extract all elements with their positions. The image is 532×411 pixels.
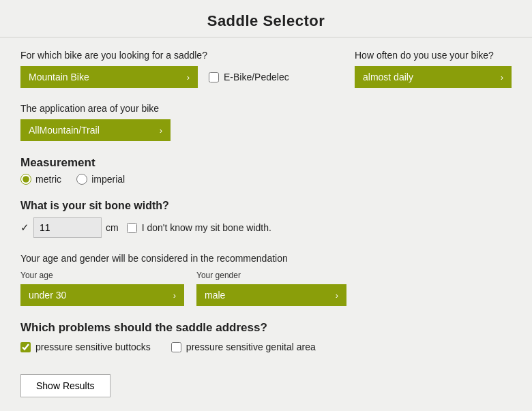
sit-bone-unit: cm xyxy=(106,222,119,233)
age-select[interactable]: under 30 › xyxy=(20,284,184,306)
divider xyxy=(0,37,532,37)
show-results-button[interactable]: Show Results xyxy=(20,374,110,397)
sit-bone-row: ✓ cm I don't know my sit bone width. xyxy=(20,217,512,238)
bike-freq-row: For which bike are you looking for a sad… xyxy=(20,50,512,88)
measurement-section: Measurement metric imperial xyxy=(20,156,512,185)
problems-row: pressure sensitive buttocks pressure sen… xyxy=(20,341,512,352)
problems-section: Which problems should the saddle address… xyxy=(20,321,512,352)
age-label: Your age xyxy=(20,271,184,280)
problem-1-label[interactable]: pressure sensitive buttocks xyxy=(20,341,151,352)
age-chevron: › xyxy=(173,290,176,301)
sit-bone-input[interactable] xyxy=(33,217,102,238)
measurement-radio-group: metric imperial xyxy=(20,174,512,185)
dont-know-text: I don't know my sit bone width. xyxy=(142,222,271,233)
gender-selected: male xyxy=(205,290,225,301)
age-gender-info: Your age and gender will be considered i… xyxy=(20,253,512,264)
imperial-label-text: imperial xyxy=(91,174,125,185)
imperial-radio-label[interactable]: imperial xyxy=(76,174,125,185)
sit-bone-section: What is your sit bone width? ✓ cm I don'… xyxy=(20,200,512,238)
application-area-section: The application area of your bike AllMou… xyxy=(20,103,512,141)
bike-type-chevron: › xyxy=(187,72,190,82)
ebike-label-text: E-Bike/Pedelec xyxy=(224,72,289,82)
age-selected: under 30 xyxy=(29,290,66,301)
imperial-radio[interactable] xyxy=(76,174,87,185)
sit-bone-checkmark: ✓ xyxy=(20,222,29,234)
dont-know-label[interactable]: I don't know my sit bone width. xyxy=(127,222,271,233)
age-gender-row: Your age under 30 › Your gender male › xyxy=(20,271,512,306)
measurement-title: Measurement xyxy=(20,156,512,170)
problem-1-text: pressure sensitive buttocks xyxy=(35,341,151,352)
bike-section: For which bike are you looking for a sad… xyxy=(20,50,512,88)
ebike-checkbox-label[interactable]: E-Bike/Pedelec xyxy=(209,72,289,82)
gender-group: Your gender male › xyxy=(196,271,346,306)
metric-label-text: metric xyxy=(35,174,61,185)
age-gender-section: Your age and gender will be considered i… xyxy=(20,253,512,306)
application-area-selected: AllMountain/Trail xyxy=(29,125,100,136)
bike-type-group: For which bike are you looking for a sad… xyxy=(20,50,342,88)
bike-type-selected: Mountain Bike xyxy=(29,72,89,82)
page-title: Saddle Selector xyxy=(0,0,532,37)
sit-bone-input-wrap: ✓ cm xyxy=(20,217,119,238)
metric-radio-label[interactable]: metric xyxy=(20,174,61,185)
problem-2-label[interactable]: pressure sensitive genital area xyxy=(171,341,316,352)
gender-label: Your gender xyxy=(196,271,346,280)
main-content: For which bike are you looking for a sad… xyxy=(0,50,532,411)
dont-know-checkbox[interactable] xyxy=(127,223,137,233)
gender-select[interactable]: male › xyxy=(196,284,346,306)
frequency-question-label: How often do you use your bike? xyxy=(355,50,512,61)
ebike-checkbox[interactable] xyxy=(209,72,219,82)
bike-question-label: For which bike are you looking for a sad… xyxy=(20,50,342,61)
frequency-select[interactable]: almost daily › xyxy=(355,66,512,88)
application-area-chevron: › xyxy=(160,125,162,136)
age-group: Your age under 30 › xyxy=(20,271,184,306)
application-area-label: The application area of your bike xyxy=(20,103,512,114)
gender-chevron: › xyxy=(336,290,338,301)
bike-type-row: Mountain Bike › E-Bike/Pedelec xyxy=(20,66,342,88)
show-results-section: Show Results xyxy=(20,367,512,397)
metric-radio[interactable] xyxy=(20,174,31,185)
frequency-selected: almost daily xyxy=(363,72,413,82)
problem-1-checkbox[interactable] xyxy=(20,342,31,352)
frequency-group: How often do you use your bike? almost d… xyxy=(355,50,512,88)
problems-question: Which problems should the saddle address… xyxy=(20,321,512,335)
sit-bone-question: What is your sit bone width? xyxy=(20,200,512,212)
problem-2-checkbox[interactable] xyxy=(171,342,181,352)
bike-type-select[interactable]: Mountain Bike › xyxy=(20,66,198,88)
problem-2-text: pressure sensitive genital area xyxy=(186,341,316,352)
application-area-select[interactable]: AllMountain/Trail › xyxy=(20,119,171,141)
frequency-chevron: › xyxy=(501,72,503,82)
